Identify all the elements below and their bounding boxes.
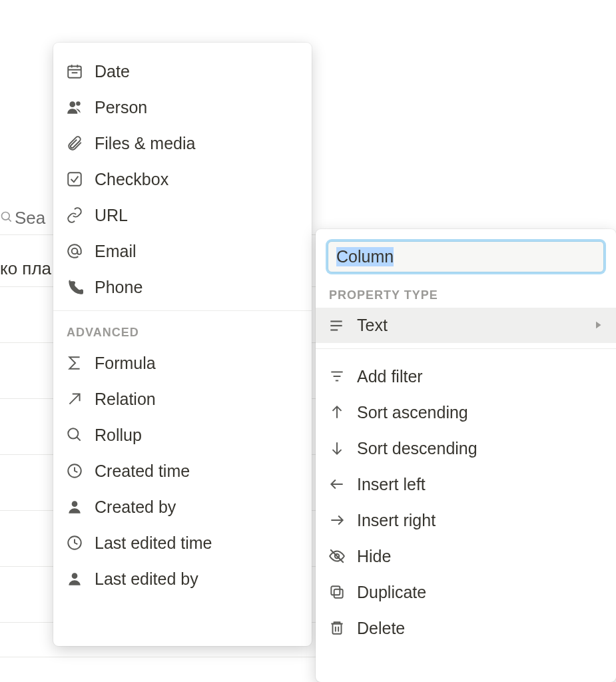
type-multiselect[interactable]: Multi-select	[53, 43, 312, 53]
checkbox-icon	[65, 170, 84, 188]
menu-label: Email	[95, 242, 137, 261]
svg-point-13	[69, 101, 75, 107]
svg-rect-15	[68, 172, 81, 186]
advanced-section-label: ADVANCED	[53, 316, 312, 345]
menu-label: Sort descending	[357, 439, 477, 458]
background-search-text: Sea	[15, 208, 45, 228]
action-add-filter[interactable]: Add filter	[316, 358, 616, 394]
paperclip-icon	[65, 134, 84, 153]
duplicate-icon	[328, 583, 346, 601]
type-date[interactable]: Date	[53, 53, 312, 89]
type-rollup[interactable]: Rollup	[53, 417, 312, 453]
menu-label: Phone	[95, 278, 143, 297]
type-formula[interactable]: Formula	[53, 345, 312, 381]
person-icon	[65, 498, 84, 516]
column-name-input[interactable]	[328, 241, 604, 272]
type-person[interactable]: Person	[53, 89, 312, 125]
action-insert-right[interactable]: Insert right	[316, 502, 616, 538]
menu-label: Rollup	[95, 426, 142, 445]
search-icon	[65, 426, 84, 444]
arrow-left-icon	[328, 475, 346, 494]
arrow-up-icon	[328, 403, 346, 422]
svg-marker-27	[596, 322, 601, 329]
clock-icon	[65, 533, 84, 552]
property-type-picker: Multi-select Date Person Files & media C…	[53, 43, 312, 646]
menu-label: Add filter	[357, 367, 423, 386]
menu-label: Relation	[95, 390, 156, 409]
property-type-label: PROPERTY TYPE	[316, 279, 616, 308]
svg-point-21	[72, 501, 78, 507]
svg-rect-37	[334, 589, 343, 598]
divider	[316, 348, 616, 349]
selected-type-label: Text	[357, 316, 388, 335]
filter-icon	[328, 367, 346, 386]
menu-label: Hide	[357, 547, 391, 566]
text-icon	[328, 317, 346, 334]
type-phone[interactable]: Phone	[53, 269, 312, 305]
svg-rect-39	[333, 624, 342, 634]
menu-label: Sort ascending	[357, 403, 468, 422]
menu-label: Insert left	[357, 475, 426, 494]
phone-icon	[65, 278, 84, 296]
action-duplicate[interactable]: Duplicate	[316, 574, 616, 610]
menu-label: Checkbox	[95, 170, 168, 189]
divider	[53, 310, 312, 311]
column-config-menu: PROPERTY TYPE Text Add filter Sort ascen…	[316, 229, 616, 682]
sigma-icon	[65, 354, 84, 372]
search-icon	[0, 210, 13, 226]
type-last-edited-time[interactable]: Last edited time	[53, 525, 312, 561]
menu-label: Multi-select	[95, 43, 178, 45]
svg-point-0	[2, 212, 10, 220]
person-icon	[65, 569, 84, 588]
svg-point-18	[68, 428, 78, 438]
people-icon	[65, 98, 84, 117]
menu-label: Files & media	[95, 134, 195, 153]
type-created-by[interactable]: Created by	[53, 489, 312, 525]
action-insert-left[interactable]: Insert left	[316, 466, 616, 502]
svg-point-14	[76, 101, 81, 106]
arrow-down-icon	[328, 439, 346, 458]
svg-line-1	[9, 219, 11, 222]
arrow-ne-icon	[65, 390, 84, 408]
link-icon	[65, 206, 84, 224]
type-relation[interactable]: Relation	[53, 381, 312, 417]
type-created-time[interactable]: Created time	[53, 453, 312, 489]
type-last-edited-by[interactable]: Last edited by	[53, 561, 312, 597]
menu-label: Delete	[357, 619, 405, 638]
action-sort-desc[interactable]: Sort descending	[316, 430, 616, 466]
menu-label: Person	[95, 98, 147, 117]
action-sort-asc[interactable]: Sort ascending	[316, 394, 616, 430]
trash-icon	[328, 619, 346, 637]
menu-label: Created time	[95, 462, 190, 481]
svg-point-23	[72, 573, 78, 579]
menu-label: Last edited time	[95, 533, 212, 553]
svg-rect-38	[331, 586, 340, 595]
type-email[interactable]: Email	[53, 233, 312, 269]
svg-rect-8	[68, 66, 81, 77]
menu-label: URL	[95, 206, 128, 225]
calendar-icon	[65, 62, 84, 81]
action-delete[interactable]: Delete	[316, 610, 616, 646]
svg-point-16	[72, 248, 78, 254]
eye-off-icon	[328, 547, 346, 565]
arrow-right-icon	[328, 511, 346, 529]
type-files[interactable]: Files & media	[53, 125, 312, 161]
menu-label: Duplicate	[357, 583, 426, 602]
menu-label: Date	[95, 62, 130, 81]
menu-label: Created by	[95, 498, 176, 517]
at-icon	[65, 242, 84, 260]
list-icon	[65, 43, 84, 45]
menu-label: Formula	[95, 354, 156, 373]
type-checkbox[interactable]: Checkbox	[53, 161, 312, 197]
menu-label: Last edited by	[95, 569, 198, 589]
menu-label: Insert right	[357, 511, 436, 530]
property-type-select[interactable]: Text	[316, 308, 616, 343]
action-hide[interactable]: Hide	[316, 538, 616, 574]
clock-icon	[65, 462, 84, 480]
svg-line-19	[77, 437, 80, 440]
background-row-text: ко пла	[0, 258, 51, 279]
type-url[interactable]: URL	[53, 197, 312, 233]
svg-line-17	[69, 394, 79, 404]
chevron-right-icon	[592, 316, 604, 335]
